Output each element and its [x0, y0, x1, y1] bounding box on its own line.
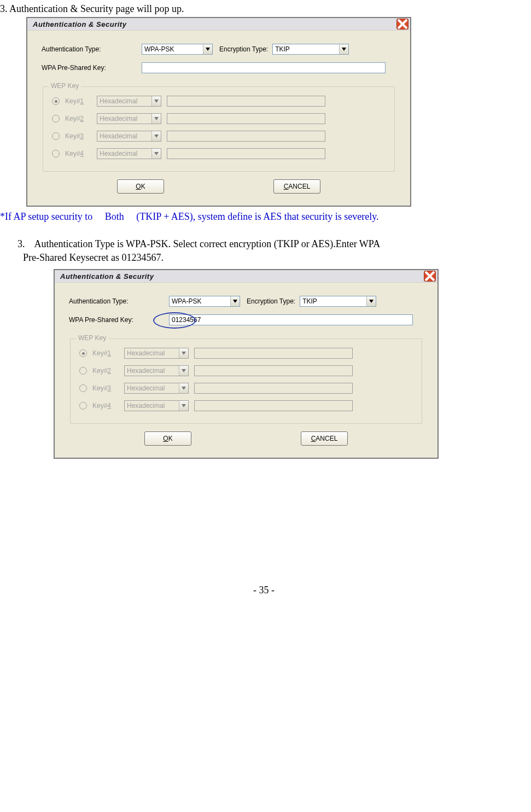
step3-line2: Pre-Shared Keysecret as 01234567.: [23, 252, 528, 264]
radio-disabled: [52, 115, 60, 122]
wep-format-value: Hexadecimal: [127, 402, 165, 410]
psk-input[interactable]: [142, 62, 386, 73]
wep-value-input: [167, 96, 325, 107]
auth-type-label: Authentication Type:: [69, 297, 165, 305]
dialog-screenshot-2: Authentication & Security Authentication…: [54, 269, 528, 459]
wep-format-value: Hexadecimal: [100, 132, 137, 140]
wep-format-value: Hexadecimal: [127, 349, 165, 357]
wep-format-select: Hexadecimal: [97, 131, 161, 142]
enc-type-value: TKIP: [275, 45, 290, 53]
dialog-button-row: OK CANCEL: [69, 431, 423, 446]
enc-type-select[interactable]: TKIP: [272, 44, 349, 55]
ok-button[interactable]: OK: [117, 179, 164, 194]
wep-key-label: Key#4: [92, 402, 119, 410]
wep-key-label: Key#3: [65, 132, 91, 140]
wep-format-select: Hexadecimal: [124, 348, 189, 359]
wep-format-select: Hexadecimal: [124, 383, 189, 394]
auth-type-select[interactable]: WPA-PSK: [142, 44, 213, 55]
note-text: *If AP setup security to Both (TKIP + AE…: [0, 210, 528, 223]
wep-row-3: Key#3 Hexadecimal: [52, 131, 386, 142]
psk-label: WPA Pre-Shared Key:: [69, 316, 165, 324]
chevron-down-icon: [151, 96, 161, 106]
psk-input[interactable]: 01234567: [169, 314, 413, 325]
dialog-title: Authentication & Security: [60, 272, 154, 281]
chevron-down-icon: [151, 149, 161, 159]
dialog-titlebar: Authentication & Security: [27, 18, 410, 31]
auth-row: Authentication Type: WPA-PSK Encryption …: [69, 296, 423, 307]
dialog-button-row: OK CANCEL: [42, 179, 396, 194]
ok-button[interactable]: OK: [144, 431, 191, 446]
wep-row-4: Key#4 Hexadecimal: [79, 400, 413, 411]
dialog-title: Authentication & Security: [33, 20, 126, 28]
wep-row-1: Key#1 Hexadecimal: [79, 348, 413, 359]
wep-format-select: Hexadecimal: [97, 148, 161, 159]
wep-format-value: Hexadecimal: [100, 97, 137, 105]
wep-row-3: Key#3 Hexadecimal: [79, 383, 413, 394]
auth-type-label: Authentication Type:: [42, 45, 137, 53]
psk-row: WPA Pre-Shared Key:: [42, 62, 396, 73]
wep-value-input: [167, 148, 325, 159]
auth-row: Authentication Type: WPA-PSK Encryption …: [42, 44, 396, 55]
chevron-down-icon: [230, 296, 240, 306]
chevron-down-icon: [339, 44, 348, 54]
wep-value-input: [167, 131, 325, 142]
enc-type-label: Encryption Type:: [219, 45, 268, 53]
chevron-down-icon: [366, 296, 376, 306]
close-icon[interactable]: [396, 19, 409, 30]
dialog-screenshot-1: Authentication & Security Authentication…: [26, 17, 528, 207]
cancel-button[interactable]: CANCEL: [273, 179, 320, 194]
wep-format-value: Hexadecimal: [100, 150, 137, 157]
step3-line1: 3. Authentication Type is WPA-PSK. Selec…: [17, 238, 528, 250]
wep-row-2: Key#2 Hexadecimal: [79, 365, 413, 376]
intro-text: 3. Authentication & Security page will p…: [0, 3, 528, 15]
dialog-body: Authentication Type: WPA-PSK Encryption …: [27, 31, 410, 206]
close-icon[interactable]: [424, 271, 436, 282]
wep-key-label: Key#2: [65, 115, 91, 122]
wep-row-4: Key#4 Hexadecimal: [52, 148, 386, 159]
chevron-down-icon: [179, 366, 188, 376]
auth-type-value: WPA-PSK: [172, 297, 201, 305]
radio-disabled: [52, 132, 60, 140]
wep-key-label: Key#1: [65, 97, 91, 105]
auth-security-dialog: Authentication & Security Authentication…: [26, 17, 411, 207]
dialog-body: Authentication Type: WPA-PSK Encryption …: [55, 283, 437, 458]
enc-type-label: Encryption Type:: [247, 297, 295, 305]
radio-disabled: [79, 367, 87, 375]
wep-value-input: [167, 113, 325, 124]
wep-format-select: Hexadecimal: [124, 365, 189, 376]
wep-format-select: Hexadecimal: [124, 400, 189, 411]
chevron-down-icon: [151, 114, 161, 124]
wep-format-select: Hexadecimal: [97, 96, 161, 107]
wep-format-select: Hexadecimal: [97, 113, 161, 124]
wep-value-input: [194, 365, 353, 376]
chevron-down-icon: [203, 44, 212, 54]
wep-key-label: Key#3: [92, 384, 119, 392]
wep-format-value: Hexadecimal: [127, 367, 165, 375]
auth-type-select[interactable]: WPA-PSK: [169, 296, 240, 307]
dialog-titlebar: Authentication & Security: [55, 270, 437, 283]
radio-disabled: [52, 150, 60, 157]
chevron-down-icon: [151, 131, 161, 141]
wep-key-label: Key#2: [92, 367, 119, 375]
chevron-down-icon: [179, 348, 188, 358]
page-number: - 35 -: [0, 585, 528, 596]
wep-group-title: WEP Key: [76, 334, 108, 342]
wep-group-title: WEP Key: [49, 82, 81, 90]
enc-type-select[interactable]: TKIP: [300, 296, 376, 307]
wep-value-input: [194, 383, 353, 394]
wep-row-2: Key#2 Hexadecimal: [52, 113, 386, 124]
radio-disabled: [79, 384, 87, 392]
wep-value-input: [194, 348, 353, 359]
auth-type-value: WPA-PSK: [144, 45, 174, 53]
cancel-button[interactable]: CANCEL: [301, 431, 348, 446]
radio-disabled: [52, 97, 60, 105]
wep-format-value: Hexadecimal: [127, 384, 165, 392]
psk-label: WPA Pre-Shared Key:: [42, 64, 137, 72]
wep-format-value: Hexadecimal: [100, 115, 137, 122]
chevron-down-icon: [179, 383, 188, 393]
chevron-down-icon: [179, 401, 188, 411]
wep-row-1: Key#1 Hexadecimal: [52, 96, 386, 107]
wep-groupbox: WEP Key Key#1 Hexadecimal Key#2 Hexadeci…: [43, 86, 395, 172]
radio-disabled: [79, 402, 87, 410]
wep-key-label: Key#1: [92, 349, 119, 357]
